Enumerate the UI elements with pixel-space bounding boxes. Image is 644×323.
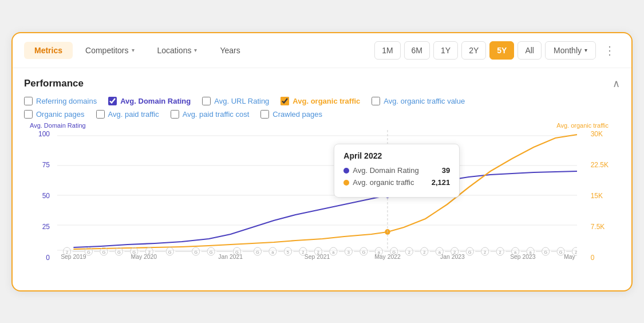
paid-traffic-checkbox[interactable] bbox=[96, 110, 105, 119]
svg-text:2: 2 bbox=[423, 249, 425, 254]
metric-url-rating[interactable]: Avg. URL Rating bbox=[202, 97, 269, 105]
tab-metrics[interactable]: Metrics bbox=[24, 42, 73, 59]
chart-svg-wrap: Sep 2019 May 2020 Jan 2021 Sep 2021 May … bbox=[57, 130, 577, 264]
x-label-jan2023: Jan 2023 bbox=[440, 253, 465, 259]
axis-labels-left: 100 75 50 25 0 bbox=[30, 124, 50, 267]
svg-text:a: a bbox=[438, 249, 441, 254]
svg-text:G: G bbox=[168, 249, 172, 254]
main-card: Metrics Competitors ▾ Locations ▾ Years … bbox=[11, 32, 633, 292]
chart-tooltip: April 2022 Avg. Domain Rating 39 Avg. or… bbox=[334, 144, 460, 198]
svg-text:G: G bbox=[256, 249, 259, 254]
left-label-100: 100 bbox=[30, 130, 50, 138]
metric-domain-rating[interactable]: Avg. Domain Rating bbox=[108, 97, 191, 105]
organic-pages-label: Organic pages bbox=[36, 110, 85, 119]
top-bar: Metrics Competitors ▾ Locations ▾ Years … bbox=[13, 33, 631, 68]
collapse-button[interactable]: ∧ bbox=[613, 77, 620, 90]
chart-svg: Sep 2019 May 2020 Jan 2021 Sep 2021 May … bbox=[57, 130, 577, 262]
x-label-sep2019: Sep 2019 bbox=[61, 253, 86, 259]
section-title: Performance bbox=[24, 78, 84, 89]
svg-text:G: G bbox=[194, 249, 197, 254]
tooltip-row-orange: Avg. organic traffic 2,121 bbox=[343, 178, 450, 187]
right-controls: 1M 6M 1Y 2Y 5Y All Monthly ▾ ⋮ bbox=[374, 41, 620, 60]
svg-text:2: 2 bbox=[484, 249, 486, 254]
tab-locations[interactable]: Locations ▾ bbox=[147, 42, 208, 59]
chevron-down-icon: ▾ bbox=[194, 47, 197, 53]
url-rating-checkbox[interactable] bbox=[202, 97, 211, 105]
chevron-down-icon: ▾ bbox=[132, 47, 135, 53]
orange-line bbox=[73, 135, 577, 249]
svg-text:2: 2 bbox=[66, 249, 68, 254]
svg-text:3: 3 bbox=[347, 249, 350, 254]
time-btn-1y[interactable]: 1Y bbox=[433, 41, 458, 60]
svg-text:a: a bbox=[514, 249, 517, 254]
time-btn-all[interactable]: All bbox=[517, 41, 542, 60]
metric-paid-traffic[interactable]: Avg. paid traffic bbox=[96, 110, 159, 119]
tooltip-dot-color-orange bbox=[343, 180, 349, 186]
svg-text:2: 2 bbox=[575, 249, 577, 254]
metric-referring[interactable]: Referring domains bbox=[24, 97, 97, 105]
crawled-checkbox[interactable] bbox=[260, 110, 269, 119]
tooltip-row-purple: Avg. Domain Rating 39 bbox=[343, 166, 450, 175]
tooltip-dot-color-purple bbox=[343, 168, 349, 174]
svg-text:a: a bbox=[332, 249, 335, 254]
svg-text:a: a bbox=[378, 249, 381, 254]
svg-text:2: 2 bbox=[148, 249, 151, 254]
svg-text:G: G bbox=[544, 249, 547, 254]
svg-text:G: G bbox=[210, 249, 213, 254]
tooltip-value-organic: 2,121 bbox=[432, 178, 451, 187]
crawled-label: Crawled pages bbox=[272, 110, 322, 119]
time-btn-2y[interactable]: 2Y bbox=[461, 41, 486, 60]
left-tabs: Metrics Competitors ▾ Locations ▾ Years bbox=[24, 42, 251, 59]
domain-rating-checkbox[interactable] bbox=[108, 97, 117, 105]
svg-text:2: 2 bbox=[302, 249, 304, 254]
paid-traffic-label: Avg. paid traffic bbox=[108, 110, 159, 119]
tab-competitors[interactable]: Competitors ▾ bbox=[75, 42, 144, 59]
metric-organic-traffic[interactable]: Avg. organic traffic bbox=[280, 97, 360, 105]
svg-text:2: 2 bbox=[499, 249, 501, 254]
performance-section: Performance ∧ Referring domains Avg. Dom… bbox=[13, 68, 631, 290]
metric-crawled[interactable]: Crawled pages bbox=[260, 110, 322, 119]
svg-text:G: G bbox=[102, 249, 105, 254]
monthly-dropdown[interactable]: Monthly ▾ bbox=[545, 41, 596, 60]
paid-cost-checkbox[interactable] bbox=[171, 110, 179, 119]
organic-pages-checkbox[interactable] bbox=[24, 110, 33, 119]
chart-container: Avg. Domain Rating Avg. organic traffic … bbox=[24, 124, 620, 290]
organic-value-checkbox[interactable] bbox=[372, 97, 380, 105]
time-btn-6m[interactable]: 6M bbox=[404, 41, 430, 60]
time-btn-5y[interactable]: 5Y bbox=[489, 41, 514, 60]
svg-text:a: a bbox=[530, 249, 532, 254]
left-label-25: 25 bbox=[30, 223, 50, 231]
x-label-jan2021: Jan 2021 bbox=[218, 253, 243, 259]
right-label-30k: 30K bbox=[591, 130, 609, 138]
metric-organic-value[interactable]: Avg. organic traffic value bbox=[372, 97, 465, 105]
referring-checkbox[interactable] bbox=[24, 97, 33, 105]
metric-paid-cost[interactable]: Avg. paid traffic cost bbox=[171, 110, 250, 119]
metric-organic-pages[interactable]: Organic pages bbox=[24, 110, 85, 119]
svg-text:5: 5 bbox=[287, 249, 289, 254]
axis-labels-right: 30K 22.5K 15K 7.5K 0 bbox=[591, 124, 609, 267]
organic-value-label: Avg. organic traffic value bbox=[384, 97, 465, 105]
time-btn-1m[interactable]: 1M bbox=[374, 41, 400, 60]
svg-text:G: G bbox=[132, 249, 136, 254]
tab-years[interactable]: Years bbox=[210, 42, 250, 59]
url-rating-label: Avg. URL Rating bbox=[214, 97, 269, 105]
more-options-button[interactable]: ⋮ bbox=[599, 41, 620, 60]
paid-cost-label: Avg. paid traffic cost bbox=[183, 110, 250, 119]
svg-text:G: G bbox=[362, 249, 365, 254]
svg-text:G: G bbox=[117, 249, 121, 254]
svg-text:G: G bbox=[468, 249, 472, 254]
referring-label: Referring domains bbox=[36, 97, 97, 105]
section-header: Performance ∧ bbox=[24, 77, 620, 90]
right-label-7k: 7.5K bbox=[591, 223, 609, 231]
organic-traffic-checkbox[interactable] bbox=[280, 97, 289, 105]
metrics-row-1: Referring domains Avg. Domain Rating Avg… bbox=[24, 97, 620, 105]
svg-text:a: a bbox=[271, 249, 274, 254]
chevron-down-icon: ▾ bbox=[584, 47, 587, 53]
svg-text:G: G bbox=[392, 249, 396, 254]
right-label-22k: 22.5K bbox=[591, 161, 609, 169]
tooltip-label-organic: Avg. organic traffic bbox=[353, 178, 414, 187]
tooltip-title: April 2022 bbox=[343, 151, 450, 160]
purple-line bbox=[73, 171, 577, 247]
left-label-50: 50 bbox=[30, 192, 50, 200]
right-label-0r: 0 bbox=[591, 254, 609, 262]
